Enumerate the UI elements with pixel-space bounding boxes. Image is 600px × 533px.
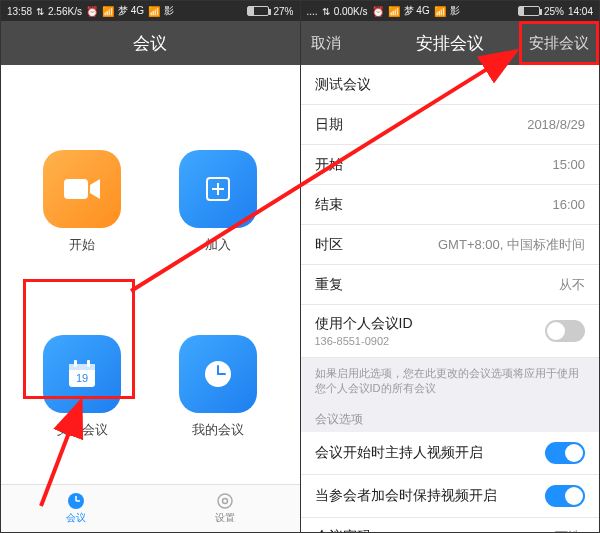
- page-title: 会议: [133, 32, 167, 55]
- svg-rect-0: [64, 179, 88, 199]
- battery-icon: [247, 6, 269, 16]
- status-battery: 27%: [273, 6, 293, 17]
- status-bar: .... ⇅ 0.00K/s ⏰ 📶 梦 4G 📶 影 25% 14:04: [301, 1, 600, 21]
- topic-value: 测试会议: [315, 76, 371, 94]
- tab-meeting[interactable]: 会议: [66, 492, 86, 525]
- section-options-title: 会议选项: [301, 405, 600, 432]
- tab-settings[interactable]: 设置: [215, 492, 235, 525]
- status-time: 14:04: [568, 6, 593, 17]
- value: 2018/8/29: [527, 117, 585, 132]
- label: 结束: [315, 196, 343, 214]
- svg-rect-5: [69, 364, 95, 370]
- tile-label: 加入: [205, 236, 231, 254]
- tile-label: 我的会议: [192, 421, 244, 439]
- page-title: 安排会议: [416, 32, 484, 55]
- screen-meeting-home: 13:58 ⇅ 2.56K/s ⏰ 📶 梦 4G 📶 影 27% 会议: [1, 1, 301, 532]
- calendar-icon: 19: [43, 335, 121, 413]
- row-end-time[interactable]: 结束 16:00: [301, 185, 600, 225]
- status-battery: 25%: [544, 6, 564, 17]
- row-start-time[interactable]: 开始 15:00: [301, 145, 600, 185]
- toggle-host-video[interactable]: [545, 442, 585, 464]
- label: 当参会者加会时保持视频开启: [315, 487, 497, 505]
- label: 日期: [315, 116, 343, 134]
- svg-text:19: 19: [76, 372, 88, 384]
- row-password[interactable]: 会议密码 (可选): [301, 518, 600, 532]
- row-host-video[interactable]: 会议开始时主持人视频开启: [301, 432, 600, 475]
- header-bar: 会议: [1, 21, 300, 65]
- tile-join[interactable]: 加入: [179, 150, 257, 254]
- tile-start[interactable]: 开始: [43, 150, 121, 254]
- tab-label: 会议: [66, 511, 86, 525]
- label: 使用个人会议ID: [315, 315, 413, 333]
- svg-rect-7: [87, 360, 90, 367]
- clock-icon: [179, 335, 257, 413]
- row-timezone[interactable]: 时区 GMT+8:00, 中国标准时间: [301, 225, 600, 265]
- row-participant-video[interactable]: 当参会者加会时保持视频开启: [301, 475, 600, 518]
- value: 从不: [559, 276, 585, 294]
- status-carrier: 梦 4G: [118, 4, 144, 18]
- header-bar: 取消 安排会议 安排会议: [301, 21, 600, 65]
- value: 16:00: [552, 197, 585, 212]
- form-scroll[interactable]: 测试会议 日期 2018/8/29 开始 15:00 结束 16:00 时区 G…: [301, 65, 600, 532]
- label: 会议密码: [315, 528, 371, 532]
- status-net: 0.00K/s: [334, 6, 368, 17]
- row-pmi[interactable]: 使用个人会议ID 136-8551-0902: [301, 305, 600, 358]
- pmi-note: 如果启用此选项，您在此更改的会议选项将应用于使用您个人会议ID的所有会议: [301, 358, 600, 405]
- screen-schedule-meeting: .... ⇅ 0.00K/s ⏰ 📶 梦 4G 📶 影 25% 14:04 取消…: [301, 1, 600, 532]
- row-repeat[interactable]: 重复 从不: [301, 265, 600, 305]
- row-topic[interactable]: 测试会议: [301, 65, 600, 105]
- tile-schedule[interactable]: 19 安排会议: [43, 335, 121, 439]
- svg-point-16: [222, 499, 227, 504]
- status-time: 13:58: [7, 6, 32, 17]
- tile-label: 开始: [69, 236, 95, 254]
- status-carrier: 梦 4G: [404, 4, 430, 18]
- pmi-id: 136-8551-0902: [315, 335, 413, 347]
- gear-icon: [216, 492, 234, 510]
- value: GMT+8:00, 中国标准时间: [438, 236, 585, 254]
- cancel-button[interactable]: 取消: [301, 21, 351, 65]
- video-icon: [43, 150, 121, 228]
- status-net: 2.56K/s: [48, 6, 82, 17]
- home-grid: 开始 加入 19 安排会议 我的会议: [1, 65, 300, 484]
- tile-my-meetings[interactable]: 我的会议: [179, 335, 257, 439]
- svg-point-15: [218, 494, 232, 508]
- label: 重复: [315, 276, 343, 294]
- label: 会议开始时主持人视频开启: [315, 444, 483, 462]
- label: 时区: [315, 236, 343, 254]
- row-date[interactable]: 日期 2018/8/29: [301, 105, 600, 145]
- status-bar: 13:58 ⇅ 2.56K/s ⏰ 📶 梦 4G 📶 影 27%: [1, 1, 300, 21]
- toggle-pmi[interactable]: [545, 320, 585, 342]
- plus-icon: [179, 150, 257, 228]
- tab-label: 设置: [215, 511, 235, 525]
- schedule-action-button[interactable]: 安排会议: [519, 21, 599, 65]
- battery-icon: [518, 6, 540, 16]
- clock-icon: [67, 492, 85, 510]
- svg-rect-6: [74, 360, 77, 367]
- tab-bar: 会议 设置: [1, 484, 300, 532]
- tile-label: 安排会议: [56, 421, 108, 439]
- value: 15:00: [552, 157, 585, 172]
- label: 开始: [315, 156, 343, 174]
- value: (可选): [550, 528, 585, 532]
- toggle-participant-video[interactable]: [545, 485, 585, 507]
